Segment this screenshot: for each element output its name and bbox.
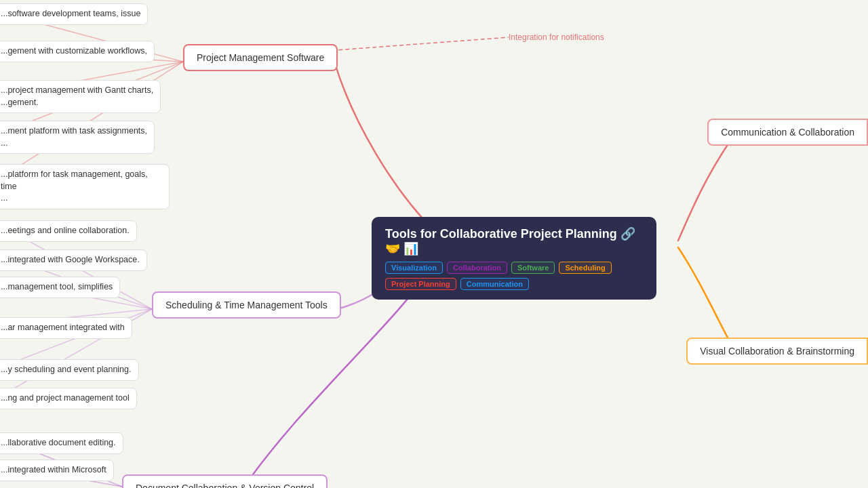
- node-document-collaboration[interactable]: Document Collaboration & Version Control: [122, 474, 328, 488]
- node-project-management-label: Project Management Software: [197, 52, 324, 63]
- text-block-11: ...ng and project management tool: [0, 388, 137, 409]
- text-block-5: ...platform for task management, goals, …: [0, 164, 170, 209]
- dashed-label-integration: Integration for notifications: [509, 33, 604, 42]
- text-block-8: ...management tool, simplifies: [0, 277, 120, 298]
- tag-software: Software: [511, 262, 555, 274]
- node-scheduling-label: Scheduling & Time Management Tools: [165, 300, 328, 310]
- center-node-title: Tools for Collaborative Project Planning…: [385, 226, 643, 256]
- node-communication[interactable]: Communication & Collaboration: [707, 119, 868, 146]
- center-node-tags: Visualization Collaboration Software Sch…: [385, 262, 643, 290]
- text-block-12: ...llaborative document editing.: [0, 432, 123, 454]
- tag-visualization: Visualization: [385, 262, 443, 274]
- tag-communication: Communication: [460, 278, 529, 290]
- text-block-7: ...integrated with Google Workspace.: [0, 249, 147, 271]
- node-project-management[interactable]: Project Management Software: [183, 44, 338, 71]
- tag-scheduling: Scheduling: [559, 262, 611, 274]
- center-node[interactable]: Tools for Collaborative Project Planning…: [372, 217, 656, 300]
- node-visual-collaboration[interactable]: Visual Collaboration & Brainstorming: [686, 338, 868, 365]
- text-block-3: ...project management with Gantt charts,…: [0, 80, 161, 113]
- text-block-13: ...integrated within Microsoft: [0, 460, 114, 481]
- svg-line-5: [3, 62, 183, 176]
- text-block-1: ...software development teams, issue: [0, 3, 148, 25]
- text-block-4: ...ment platform with task assignments,.…: [0, 121, 155, 154]
- tag-collaboration: Collaboration: [447, 262, 507, 274]
- node-scheduling[interactable]: Scheduling & Time Management Tools: [152, 291, 341, 319]
- text-block-6: ...eetings and online collaboration.: [0, 220, 137, 242]
- text-block-9: ...ar management integrated with: [0, 317, 132, 339]
- node-visual-collaboration-label: Visual Collaboration & Brainstorming: [700, 346, 854, 357]
- node-document-collaboration-label: Document Collaboration & Version Control: [136, 483, 314, 488]
- text-block-10: ...y scheduling and event planning.: [0, 359, 139, 381]
- node-communication-label: Communication & Collaboration: [721, 127, 854, 138]
- tag-project-planning: Project Planning: [385, 278, 456, 290]
- text-block-2: ...gement with customizable workflows,: [0, 41, 155, 62]
- mind-map-canvas: Tools for Collaborative Project Planning…: [0, 0, 868, 488]
